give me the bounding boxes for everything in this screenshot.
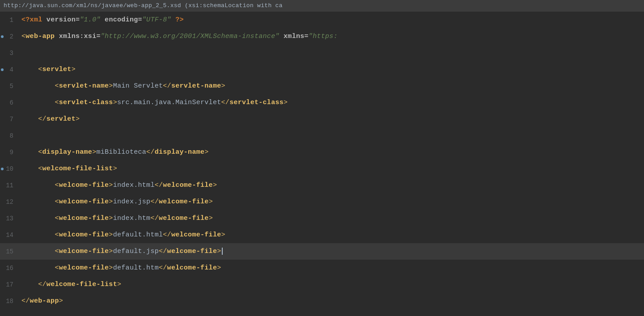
line-content-1: <?xml version="1.0" encoding="UTF-8" ?> — [17, 16, 184, 24]
line-content-4: <servlet> — [17, 66, 76, 73]
line-number-13: 13 — [0, 215, 17, 222]
code-editor: http://java.sun.com/xml/ns/javaee/web-ap… — [0, 0, 644, 316]
line-number-18: 18 — [0, 298, 17, 305]
line-number-7: 7 — [0, 116, 17, 123]
code-line-18: 18 </web-app> — [0, 293, 644, 309]
line-number-8: 8 — [0, 132, 17, 139]
code-line-12: 12 <welcome-file>index.jsp</welcome-file… — [0, 194, 644, 210]
line-number-15: 15 — [0, 248, 17, 255]
line-content-17: </welcome-file-list> — [17, 281, 121, 288]
code-line-3: 3 — [0, 45, 644, 61]
line-number-6: 6 — [0, 99, 17, 106]
line-content-6: <servlet-class>src.main.java.MainServlet… — [17, 99, 288, 106]
code-line-16: 16 <welcome-file>default.htm</welcome-fi… — [0, 260, 644, 276]
code-line-1: 1 <?xml version="1.0" encoding="UTF-8" ?… — [0, 12, 644, 28]
code-line-17: 17 </welcome-file-list> — [0, 276, 644, 293]
line-content-9: <display-name>miBiblioteca</display-name… — [17, 148, 209, 156]
line-content-13: <welcome-file>index.htm</welcome-file> — [17, 215, 213, 222]
line-number-11: 11 — [0, 182, 17, 189]
code-line-10: 10 <welcome-file-list> — [0, 160, 644, 177]
line-content-10: <welcome-file-list> — [17, 165, 117, 173]
line-content-11: <welcome-file>index.html</welcome-file> — [17, 181, 217, 189]
code-line-8: 8 — [0, 127, 644, 144]
line-content-2: <web-app xmlns:xsi="http://www.w3.org/20… — [17, 33, 338, 40]
line-content-7: </servlet> — [17, 115, 80, 123]
line-number-12: 12 — [0, 198, 17, 206]
line-number-2: 2 — [0, 33, 17, 40]
line-number-3: 3 — [0, 50, 17, 57]
code-area[interactable]: 1 <?xml version="1.0" encoding="UTF-8" ?… — [0, 12, 644, 316]
line-content-14: <welcome-file>default.html</welcome-file… — [17, 231, 225, 239]
code-line-7: 7 </servlet> — [0, 111, 644, 127]
line-content-15: <welcome-file>default.jsp</welcome-file> — [17, 248, 223, 255]
code-line-9: 9 <display-name>miBiblioteca</display-na… — [0, 144, 644, 160]
code-line-5: 5 <servlet-name>Main Servlet</servlet-na… — [0, 78, 644, 94]
code-line-14: 14 <welcome-file>default.html</welcome-f… — [0, 227, 644, 243]
code-line-11: 11 <welcome-file>index.html</welcome-fil… — [0, 177, 644, 194]
code-line-2: 2 <web-app xmlns:xsi="http://www.w3.org/… — [0, 28, 644, 45]
code-line-6: 6 <servlet-class>src.main.java.MainServl… — [0, 94, 644, 111]
scroll-hint-bar: http://java.sun.com/xml/ns/javaee/web-ap… — [0, 0, 644, 12]
line-number-17: 17 — [0, 281, 17, 288]
line-number-9: 9 — [0, 149, 17, 156]
line-number-14: 14 — [0, 232, 17, 239]
line-content-16: <welcome-file>default.htm</welcome-file> — [17, 264, 221, 272]
line-number-5: 5 — [0, 83, 17, 90]
line-content-18: </web-app> — [17, 297, 63, 305]
code-line-13: 13 <welcome-file>index.htm</welcome-file… — [0, 210, 644, 227]
line-number-10: 10 — [0, 165, 17, 173]
line-number-4: 4 — [0, 66, 17, 73]
code-line-15: 15 <welcome-file>default.jsp</welcome-fi… — [0, 243, 644, 260]
line-content-5: <servlet-name>Main Servlet</servlet-name… — [17, 82, 225, 90]
line-number-1: 1 — [0, 17, 17, 24]
line-content-12: <welcome-file>index.jsp</welcome-file> — [17, 198, 213, 206]
line-number-16: 16 — [0, 265, 17, 272]
code-line-4: 4 <servlet> — [0, 61, 644, 78]
